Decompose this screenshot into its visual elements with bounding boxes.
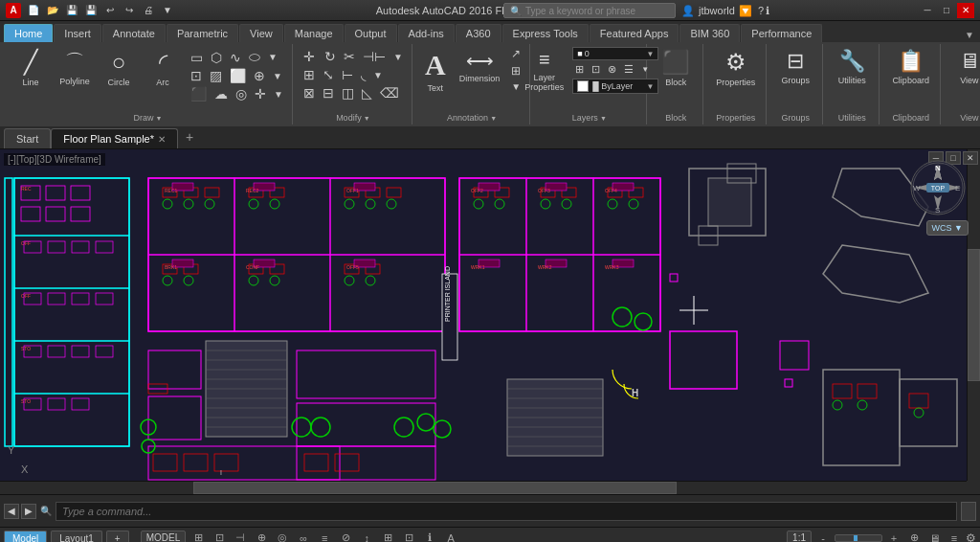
ribbon-expand-btn[interactable]: ▼ [959, 28, 980, 42]
move-tool[interactable]: ✛ [301, 48, 320, 65]
block-tool[interactable]: ⬛ Block [655, 46, 697, 90]
utilities-tool[interactable]: 🔧 Utilities [831, 46, 873, 88]
scale-tool[interactable]: ⤡ [320, 66, 337, 83]
tab-a360[interactable]: A360 [456, 24, 501, 42]
tab-parametric[interactable]: Parametric [167, 24, 238, 42]
polyline-tool[interactable]: ⌒ Polyline [54, 46, 96, 90]
qa-new[interactable]: 📄 [25, 3, 42, 18]
layers-group-arrow[interactable]: ▼ [600, 115, 607, 122]
draw-group-arrow[interactable]: ▼ [155, 115, 162, 122]
viewport-label[interactable]: [-][Top][3D Wireframe] [4, 153, 105, 166]
info-btn[interactable]: ℹ [766, 5, 769, 17]
floor-plan-canvas[interactable]: PRINTER ISLAND [0, 149, 980, 494]
mirror-tool[interactable]: ⊣⊢ [360, 48, 389, 65]
qa-open[interactable]: 📂 [44, 3, 61, 18]
tab-start[interactable]: Start [4, 128, 51, 148]
tab-output[interactable]: Output [345, 24, 397, 42]
layer-btn1[interactable]: ⊞ [572, 62, 587, 77]
qa-saveas[interactable]: 💾 [82, 3, 100, 18]
search-bar[interactable]: 🔍 Type a keyword or phrase [503, 3, 676, 18]
tab-addins[interactable]: Add-ins [398, 24, 455, 42]
layer-properties-tool[interactable]: ≡ LayerProperties [520, 46, 568, 95]
otrack-btn[interactable]: ∞ [295, 531, 312, 543]
annotation-group-arrow[interactable]: ▼ [490, 115, 497, 122]
boundary-tool[interactable]: ⬜ [227, 67, 249, 84]
text-tool[interactable]: A Text [420, 46, 451, 96]
new-tab-button[interactable]: + [178, 125, 201, 148]
copy-tool[interactable]: ⊞ [301, 66, 318, 83]
qa-save[interactable]: 💾 [63, 3, 80, 18]
tab-performance[interactable]: Performance [741, 24, 822, 42]
qa-redo[interactable]: ↪ [121, 3, 138, 18]
properties-tool[interactable]: ⚙ Properties [711, 46, 760, 90]
vertical-scrollbar[interactable] [967, 149, 980, 481]
draw-dropdown2[interactable]: ▼ [270, 70, 285, 82]
erase-tool[interactable]: ⌫ [377, 84, 402, 102]
tab-featuredapps[interactable]: Featured Apps [590, 24, 679, 42]
grid-btn[interactable]: ⊞ [189, 531, 207, 543]
nav-prev-btn[interactable]: ◀ [4, 504, 19, 519]
horizontal-scrollbar[interactable] [0, 481, 967, 494]
wipeout-tool[interactable]: ⬛ [188, 85, 210, 102]
layer-btn2[interactable]: ⊡ [589, 62, 603, 77]
fillet-tool[interactable]: ◟ [358, 66, 368, 83]
tab-view[interactable]: View [239, 24, 283, 42]
stretch-tool[interactable]: ⊠ [301, 84, 318, 102]
view-tool[interactable]: 🖥 View [948, 46, 980, 88]
close-btn[interactable]: ✕ [957, 3, 974, 18]
extend-tool[interactable]: ⊢ [339, 66, 356, 83]
modify-more2[interactable]: ▼ [370, 69, 386, 81]
model-btn[interactable]: MODEL [141, 531, 187, 542]
arc-tool[interactable]: ◜ Arc [142, 46, 184, 90]
tab-insert[interactable]: Insert [54, 24, 101, 42]
polar-btn[interactable]: ⊕ [253, 531, 270, 543]
layout1-tab[interactable]: Layout1 [51, 531, 102, 543]
new-layout-btn[interactable]: + [106, 531, 129, 543]
ui-config-btn[interactable]: ≡ [946, 531, 963, 543]
help-btn[interactable]: ? [758, 5, 764, 17]
layer-selector[interactable]: ■ 0 ▼ [572, 47, 658, 60]
ellipse-tool[interactable]: ⬭ [246, 48, 263, 66]
osnap-btn[interactable]: ◎ [274, 531, 291, 543]
rotate-tool[interactable]: ↻ [322, 48, 339, 65]
dimension-tool[interactable]: ⟷ Dimension [455, 46, 505, 86]
groups-tool[interactable]: ⊟ Groups [774, 46, 816, 88]
zoom-fit-btn[interactable]: ⊕ [905, 531, 923, 543]
zoom-bar[interactable] [835, 534, 882, 542]
qa-undo[interactable]: ↩ [101, 3, 119, 18]
viewport-config-btn[interactable]: 🖥 [925, 531, 943, 543]
line-tool[interactable]: ╱ Line [10, 46, 52, 90]
revision-tool[interactable]: ☁ [212, 85, 231, 102]
qa-plot[interactable]: 🖨 [140, 3, 157, 18]
ortho-btn[interactable]: ⊣ [232, 531, 249, 543]
lineweight-btn[interactable]: ≡ [316, 531, 333, 543]
clipboard-tool[interactable]: 📋 Clipboard [887, 46, 934, 88]
zoom-in-btn[interactable]: + [885, 531, 902, 543]
layer-btn4[interactable]: ☰ [621, 62, 636, 77]
tab-home[interactable]: Home [4, 24, 53, 42]
tab-manage[interactable]: Manage [284, 24, 344, 42]
username[interactable]: jtbworld [699, 5, 735, 16]
annotation-monitor-btn[interactable]: A [442, 531, 459, 543]
tab-expresstools[interactable]: Express Tools [502, 24, 589, 42]
rectangle-tool[interactable]: ▭ [188, 49, 206, 66]
modify-more[interactable]: ▼ [390, 51, 406, 63]
qa-dropdown[interactable]: ▼ [159, 3, 176, 18]
trim-tool[interactable]: ✂ [341, 48, 358, 65]
status-gear-icon[interactable]: ⚙ [966, 531, 976, 543]
model-tab[interactable]: Model [4, 531, 47, 543]
command-scrollbar[interactable] [961, 502, 976, 521]
scale-btn[interactable]: 1:1 [787, 531, 812, 542]
gradient-tool[interactable]: ▨ [207, 67, 225, 84]
region-tool[interactable]: ⊕ [251, 67, 268, 84]
circle-tool[interactable]: ○ Circle [98, 46, 140, 90]
layer-btn3[interactable]: ⊗ [605, 62, 619, 77]
restore-btn[interactable]: □ [938, 3, 955, 18]
donut-tool[interactable]: ◎ [233, 85, 250, 102]
3d-osnap-btn[interactable]: ⊞ [379, 531, 396, 543]
modify-group-arrow[interactable]: ▼ [364, 115, 370, 122]
nav-next-btn[interactable]: ▶ [21, 504, 36, 519]
command-input[interactable] [56, 502, 957, 521]
tab-bim360[interactable]: BIM 360 [679, 24, 740, 42]
horizontal-scrollbar-thumb[interactable] [193, 482, 677, 494]
